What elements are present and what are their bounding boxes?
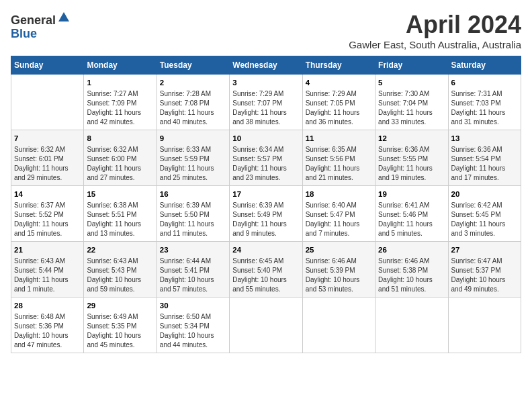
- day-cell: 16Sunrise: 6:39 AMSunset: 5:50 PMDayligh…: [157, 186, 229, 242]
- logo: General Blue: [11, 11, 71, 41]
- day-cell: 30Sunrise: 6:50 AMSunset: 5:34 PMDayligh…: [157, 298, 229, 353]
- day-number: 9: [160, 133, 226, 144]
- day-cell: 2Sunrise: 7:28 AMSunset: 7:08 PMDaylight…: [157, 75, 229, 130]
- day-number: 23: [160, 244, 226, 255]
- day-info: Sunrise: 6:33 AMSunset: 5:59 PMDaylight:…: [160, 145, 226, 183]
- day-number: 16: [160, 189, 226, 199]
- day-number: 20: [451, 189, 518, 199]
- day-info: Sunrise: 6:42 AMSunset: 5:45 PMDaylight:…: [451, 201, 518, 238]
- day-cell: [11, 75, 84, 130]
- day-number: 3: [232, 77, 299, 88]
- day-cell: 9Sunrise: 6:33 AMSunset: 5:59 PMDaylight…: [157, 130, 229, 186]
- day-info: Sunrise: 6:40 AMSunset: 5:47 PMDaylight:…: [306, 201, 372, 238]
- day-info: Sunrise: 6:49 AMSunset: 5:35 PMDaylight:…: [87, 312, 153, 350]
- title-block: April 2024 Gawler East, South Australia,…: [349, 11, 521, 50]
- day-number: 27: [451, 244, 518, 255]
- day-cell: 20Sunrise: 6:42 AMSunset: 5:45 PMDayligh…: [448, 186, 521, 242]
- day-cell: 17Sunrise: 6:39 AMSunset: 5:49 PMDayligh…: [230, 186, 302, 242]
- day-number: 6: [451, 77, 518, 88]
- day-number: 1: [87, 77, 153, 88]
- day-number: 22: [87, 244, 153, 255]
- column-header-wednesday: Wednesday: [230, 56, 302, 75]
- day-cell: 10Sunrise: 6:34 AMSunset: 5:57 PMDayligh…: [230, 130, 302, 186]
- day-info: Sunrise: 6:46 AMSunset: 5:39 PMDaylight:…: [306, 257, 372, 294]
- day-number: 19: [378, 189, 445, 199]
- day-info: Sunrise: 6:34 AMSunset: 5:57 PMDaylight:…: [232, 145, 299, 183]
- day-cell: 28Sunrise: 6:48 AMSunset: 5:36 PMDayligh…: [11, 298, 84, 353]
- day-number: 25: [306, 244, 372, 255]
- day-number: 4: [306, 77, 372, 88]
- day-number: 30: [160, 300, 226, 311]
- header-row: SundayMondayTuesdayWednesdayThursdayFrid…: [11, 56, 521, 75]
- day-number: 8: [87, 133, 153, 144]
- day-number: 18: [306, 189, 372, 199]
- day-info: Sunrise: 7:27 AMSunset: 7:09 PMDaylight:…: [87, 89, 153, 127]
- logo-general: General: [11, 13, 56, 27]
- column-header-friday: Friday: [375, 56, 448, 75]
- day-info: Sunrise: 6:38 AMSunset: 5:51 PMDaylight:…: [87, 201, 153, 238]
- day-info: Sunrise: 6:36 AMSunset: 5:55 PMDaylight:…: [378, 145, 445, 183]
- day-number: 28: [14, 300, 81, 311]
- week-row-2: 7Sunrise: 6:32 AMSunset: 6:01 PMDaylight…: [11, 130, 521, 186]
- logo-blue: Blue: [11, 27, 37, 40]
- logo-icon: [57, 11, 71, 24]
- day-cell: 8Sunrise: 6:32 AMSunset: 6:00 PMDaylight…: [84, 130, 157, 186]
- day-cell: [448, 298, 521, 353]
- day-cell: 11Sunrise: 6:35 AMSunset: 5:56 PMDayligh…: [302, 130, 375, 186]
- day-info: Sunrise: 7:29 AMSunset: 7:05 PMDaylight:…: [306, 89, 372, 127]
- day-cell: 26Sunrise: 6:46 AMSunset: 5:38 PMDayligh…: [375, 242, 448, 298]
- week-row-3: 14Sunrise: 6:37 AMSunset: 5:52 PMDayligh…: [11, 186, 521, 242]
- calendar-header: SundayMondayTuesdayWednesdayThursdayFrid…: [11, 56, 521, 75]
- page-header: General Blue April 2024 Gawler East, Sou…: [11, 11, 521, 50]
- day-info: Sunrise: 6:39 AMSunset: 5:50 PMDaylight:…: [160, 201, 226, 238]
- day-info: Sunrise: 6:36 AMSunset: 5:54 PMDaylight:…: [451, 145, 518, 183]
- day-cell: 25Sunrise: 6:46 AMSunset: 5:39 PMDayligh…: [302, 242, 375, 298]
- day-number: 7: [14, 133, 81, 144]
- day-cell: 4Sunrise: 7:29 AMSunset: 7:05 PMDaylight…: [302, 75, 375, 130]
- day-cell: 29Sunrise: 6:49 AMSunset: 5:35 PMDayligh…: [84, 298, 157, 353]
- day-info: Sunrise: 7:29 AMSunset: 7:07 PMDaylight:…: [232, 89, 299, 127]
- day-number: 15: [87, 189, 153, 199]
- day-cell: 5Sunrise: 7:30 AMSunset: 7:04 PMDaylight…: [375, 75, 448, 130]
- day-cell: [375, 298, 448, 353]
- day-number: 12: [378, 133, 445, 144]
- day-cell: 6Sunrise: 7:31 AMSunset: 7:03 PMDaylight…: [448, 75, 521, 130]
- day-number: 14: [14, 189, 81, 199]
- day-cell: 7Sunrise: 6:32 AMSunset: 6:01 PMDaylight…: [11, 130, 84, 186]
- day-number: 11: [306, 133, 372, 144]
- day-info: Sunrise: 6:48 AMSunset: 5:36 PMDaylight:…: [14, 312, 81, 350]
- day-number: 13: [451, 133, 518, 144]
- day-info: Sunrise: 6:39 AMSunset: 5:49 PMDaylight:…: [232, 201, 299, 238]
- day-info: Sunrise: 6:32 AMSunset: 6:01 PMDaylight:…: [14, 145, 81, 183]
- calendar-title: April 2024: [349, 11, 521, 39]
- column-header-sunday: Sunday: [11, 56, 84, 75]
- day-info: Sunrise: 7:30 AMSunset: 7:04 PMDaylight:…: [378, 89, 445, 127]
- day-info: Sunrise: 6:45 AMSunset: 5:40 PMDaylight:…: [232, 257, 299, 294]
- week-row-1: 1Sunrise: 7:27 AMSunset: 7:09 PMDaylight…: [11, 75, 521, 130]
- day-info: Sunrise: 6:37 AMSunset: 5:52 PMDaylight:…: [14, 201, 81, 238]
- day-cell: 21Sunrise: 6:43 AMSunset: 5:44 PMDayligh…: [11, 242, 84, 298]
- day-info: Sunrise: 6:43 AMSunset: 5:44 PMDaylight:…: [14, 257, 81, 294]
- day-number: 2: [160, 77, 226, 88]
- week-row-4: 21Sunrise: 6:43 AMSunset: 5:44 PMDayligh…: [11, 242, 521, 298]
- column-header-tuesday: Tuesday: [157, 56, 229, 75]
- day-cell: 23Sunrise: 6:44 AMSunset: 5:41 PMDayligh…: [157, 242, 229, 298]
- week-row-5: 28Sunrise: 6:48 AMSunset: 5:36 PMDayligh…: [11, 298, 521, 353]
- calendar-subtitle: Gawler East, South Australia, Australia: [349, 39, 521, 50]
- day-cell: 14Sunrise: 6:37 AMSunset: 5:52 PMDayligh…: [11, 186, 84, 242]
- day-cell: 15Sunrise: 6:38 AMSunset: 5:51 PMDayligh…: [84, 186, 157, 242]
- day-number: 26: [378, 244, 445, 255]
- day-number: 29: [87, 300, 153, 311]
- day-cell: [302, 298, 375, 353]
- day-info: Sunrise: 6:46 AMSunset: 5:38 PMDaylight:…: [378, 257, 445, 294]
- column-header-saturday: Saturday: [448, 56, 521, 75]
- day-number: 5: [378, 77, 445, 88]
- day-cell: 13Sunrise: 6:36 AMSunset: 5:54 PMDayligh…: [448, 130, 521, 186]
- calendar-body: 1Sunrise: 7:27 AMSunset: 7:09 PMDaylight…: [11, 75, 521, 353]
- day-cell: 22Sunrise: 6:43 AMSunset: 5:43 PMDayligh…: [84, 242, 157, 298]
- day-info: Sunrise: 6:44 AMSunset: 5:41 PMDaylight:…: [160, 257, 226, 294]
- day-info: Sunrise: 6:35 AMSunset: 5:56 PMDaylight:…: [306, 145, 372, 183]
- day-number: 10: [232, 133, 299, 144]
- day-info: Sunrise: 6:32 AMSunset: 6:00 PMDaylight:…: [87, 145, 153, 183]
- column-header-thursday: Thursday: [302, 56, 375, 75]
